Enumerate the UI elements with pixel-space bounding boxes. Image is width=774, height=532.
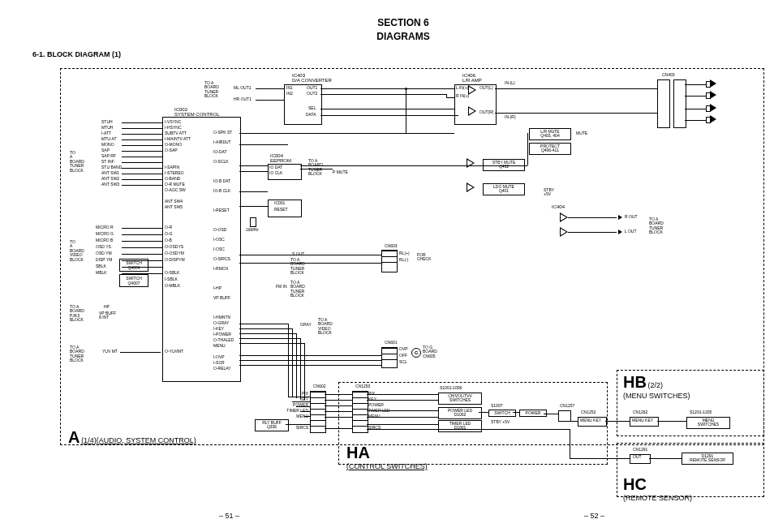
ic001-sub: RESET (274, 208, 288, 212)
ic404-amp2 (560, 227, 568, 237)
hb-switches: MENUSWITCHES (686, 417, 730, 429)
cn601-s1: OVP (399, 347, 408, 351)
ic403-ml: ML OUT1 (234, 86, 251, 90)
s1201-lbl: S1201-1205 (690, 410, 712, 414)
lout-mark (618, 230, 622, 234)
ic404-title: IC404 (552, 204, 565, 209)
cn1252-lbl: CN1252 (581, 410, 596, 414)
page-right: – 52 – (584, 512, 604, 520)
vp-buff-pin: VP BUFF8 INT (99, 311, 116, 320)
out-side-lbl: TO ABOARDTUNERBLOCK (649, 217, 664, 235)
ic406-amp2 (468, 106, 476, 116)
ha-power-led: POWER LEDD1002 (438, 407, 482, 419)
speaker-4 (706, 115, 717, 123)
ic403-data: DATA (306, 113, 316, 117)
ic403-leftlabel: TO ABOARDTUNERBLOCK (204, 81, 219, 99)
video-mid: TO ABOARDVIDEOBLOCK (318, 318, 333, 336)
stby-lbl: STBY+5V (544, 188, 554, 196)
diagram-canvas: A (1/4)(AUDIO, SYSTEM CONTROL) HA (CONTR… (32, 62, 774, 516)
cn602 (310, 391, 326, 433)
xtal (250, 217, 256, 227)
cn603-s1: RL(+) (399, 251, 410, 255)
g-board: TO GBOARDCN605 (423, 345, 437, 359)
ic404-amp1 (560, 212, 568, 222)
frame-a-sub: (1/4)(AUDIO, SYSTEM CONTROL) (81, 436, 196, 444)
fmin-lbl: FM IN (276, 285, 287, 289)
gray-lbl: GRAY (300, 323, 312, 327)
hp-block-label: TO ABOARDPJK3BLOCK (70, 305, 84, 323)
section-line1: SECTION 6 (377, 17, 428, 28)
switch-q4007: SWITCHQ4007 (119, 274, 148, 287)
frame-hc-label: HC (REMOTE SENSOR) (623, 475, 692, 502)
tuner-bot-label: TO ABOARDTUNERBLOCK (70, 345, 84, 363)
stby5v-lbl: STBY +5V (491, 420, 510, 424)
s1001-lbl: S1001-1006 (440, 386, 462, 390)
section-title: SECTION 6 DIAGRAMS (16, 16, 774, 44)
ic406-inl: IN-(L) (505, 81, 515, 85)
speaker-3 (706, 104, 717, 112)
cn1252-slot: MENU KEY (580, 418, 601, 423)
cn1262-lbl: CN1262 (633, 410, 647, 414)
cn603-s2: RL(-) (399, 258, 408, 262)
ic403-out1: OUT1 (307, 86, 317, 90)
hp-pin: HP (104, 305, 110, 309)
ic403-in2: IN2 (286, 92, 293, 96)
cn1253 (352, 391, 368, 433)
ha-power: POWER (519, 410, 547, 418)
hc-sensor: D1291REMOTE SENSOR (682, 453, 733, 465)
cn601-s2: OFF (399, 354, 407, 358)
cn1262-slot: MENU KEY (632, 418, 653, 423)
g-circle: G (411, 348, 421, 358)
yuvmt-pin: YUV MT (102, 350, 118, 354)
ic004-title: IC004EEPROM (270, 153, 291, 163)
ic002-title: IC002SYSTEM CONTROL (174, 107, 220, 117)
lout-lbl: L OUT (625, 230, 637, 234)
ic406-amp1 (468, 85, 476, 95)
ic406-lin: L IN(+) (456, 86, 468, 90)
page-left: – 51 – (219, 512, 239, 520)
tuner-mid: TO ABOARDTUNERBLOCK (308, 159, 323, 177)
rout-mark (618, 215, 622, 220)
lr-mute: L/R MUTEQ403, 404 (529, 128, 571, 140)
ic004-clk: IO CLK (269, 171, 282, 175)
ic403-sel: SEL (308, 106, 316, 110)
mute-lbl: MUTE (576, 131, 587, 135)
ic403-hr: HR OUT1 (234, 97, 252, 101)
amp-mute2 (467, 182, 475, 192)
ic403-title: IC403D/A CONVERTER (292, 73, 332, 83)
cn601-lbl: CN601 (385, 341, 398, 345)
frame-ha-label: HA (CONTROL SWITCHES) (346, 444, 428, 470)
cn403-lbl: CN403 (662, 73, 675, 77)
tuner-mid3: TO ABOARDTUNERBLOCK (290, 281, 305, 298)
rout-lbl: R OUT (625, 215, 638, 219)
amp-mute1 (467, 158, 475, 168)
cn603 (381, 250, 398, 272)
cn601 (381, 347, 398, 368)
ic406-outl: OUT(L) (479, 86, 493, 90)
frame-hb-label: HB (2/2) (MENU SWITCHES) (623, 373, 690, 400)
ic406-inr: IN-(R) (505, 115, 516, 119)
ic403-out2: OUT2 (307, 92, 317, 96)
frame-a-letter: A (68, 428, 80, 446)
protect: PROTECTQ406-411 (529, 143, 571, 155)
section-line2: DIAGRAMS (376, 31, 429, 42)
speaker-1 (706, 79, 717, 88)
s1007-lbl: S1007 (491, 404, 502, 408)
frame-ha-letter: HA (346, 444, 370, 461)
cn603-s3: FORCHECK (417, 253, 432, 261)
pmute-lbl: P MUTE (333, 170, 348, 174)
ldo-mute: LDO MUTEQ401 (483, 183, 525, 195)
osc-lbl: 16MHz (246, 228, 259, 232)
ic002-left-side-a: TOABOARDTUNERBLOCK (70, 151, 84, 174)
cn403 (657, 79, 670, 128)
cn403-b (673, 79, 686, 128)
frame-a-label: A (1/4)(AUDIO, SYSTEM CONTROL) (68, 428, 196, 447)
frame-hb-letter: HB (623, 373, 647, 391)
frame-hb-page: (2/2) (648, 381, 664, 389)
ic004-dat: IO DAT (269, 165, 282, 169)
cn1257 (558, 410, 571, 422)
cn602-lbl: CN602 (313, 384, 326, 388)
ic406-rin: R IN(+) (456, 94, 469, 98)
ha-timer-led: TIMER LEDD1001 (438, 420, 482, 432)
cn1291-slot: OUT (633, 455, 642, 459)
